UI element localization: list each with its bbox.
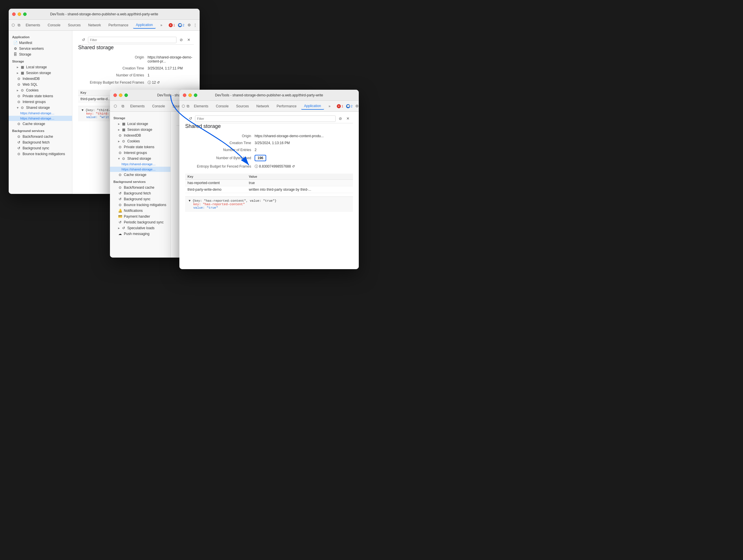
sidebar-session-storage-back[interactable]: ▶ ▦ Session storage (9, 70, 72, 76)
sidebar-bounce-mid[interactable]: ⊙ Bounce tracking mitigations (110, 202, 170, 208)
clear-icon-back[interactable]: ⊘ (178, 37, 184, 43)
close-button-front[interactable] (183, 93, 186, 97)
pointer-icon[interactable]: ⬡ (11, 22, 15, 28)
sidebar-bg-fetch-back[interactable]: ↺ Background fetch (9, 139, 72, 145)
tab-application-front[interactable]: Application (301, 103, 324, 110)
sidebar-private-state-mid[interactable]: ⊙ Private state tokens (110, 144, 170, 150)
tab-sources-front[interactable]: Sources (233, 103, 252, 110)
toolbar-front: ⬡ ⧉ Elements Console Sources Network Per… (179, 101, 359, 112)
sidebar-websql-back[interactable]: ⊙ Web SQL (9, 82, 72, 87)
close-button-back[interactable] (12, 12, 16, 16)
sidebar-notifications-mid[interactable]: 🔔 Notifications (110, 208, 170, 214)
cell-value-front-1: true (247, 180, 353, 186)
private-state-icon-back: ⊙ (17, 94, 21, 98)
layers-icon-mid[interactable]: ⧉ (120, 103, 126, 109)
tab-network-front[interactable]: Network (254, 103, 272, 110)
sidebar-bf-cache-back[interactable]: ⊙ Back/forward cache (9, 134, 72, 139)
sidebar-indexeddb-mid[interactable]: ⊙ IndexedDB (110, 133, 170, 138)
bounce-icon-mid: ⊙ (118, 203, 122, 207)
title-bar-back: DevTools - shared-storage-demo-publisher… (9, 9, 200, 20)
tab-elements-mid[interactable]: Elements (127, 103, 147, 110)
sidebar-local-storage-mid[interactable]: ▶ ▦ Local storage (110, 121, 170, 127)
sidebar-interest-groups-mid[interactable]: ⊙ Interest groups (110, 150, 170, 156)
sidebar-session-storage-mid[interactable]: ▶ ▦ Session storage (110, 127, 170, 133)
sidebar-storage-link-back[interactable]: 🗄 Storage (9, 51, 72, 57)
content-front: ↺ ⊘ ✕ Shared storage Origin https://shar… (179, 112, 359, 269)
periodic-sync-icon-mid: ↺ (118, 220, 122, 224)
sidebar-shared-storage-back[interactable]: ▶ ⊙ Shared storage (9, 105, 72, 111)
manifest-icon-back: 📄 (13, 41, 17, 45)
reload-icon-front[interactable]: ↺ (187, 116, 193, 122)
sidebar-push-mid[interactable]: ☁ Push messaging (110, 231, 170, 237)
service-workers-icon-back: ⚙ (13, 47, 17, 51)
sidebar-shared-url1-mid[interactable]: https://shared-storage-demo- (110, 162, 170, 167)
pointer-icon-mid[interactable]: ⬡ (112, 103, 118, 109)
sidebar-cookies-back[interactable]: ▶ ⊙ Cookies (9, 87, 72, 93)
entropy-value-front: ⓘ 8.830074998557688 ↺ (255, 164, 295, 169)
sidebar-bounce-back[interactable]: ⊙ Bounce tracking mitigations (9, 151, 72, 157)
sidebar-shared-url1-back[interactable]: https://shared-storage-demo- (9, 111, 72, 116)
triangle-icon: ▶ (118, 227, 120, 229)
creation-time-value-back: 3/25/2024, 1:17:11 PM (147, 66, 183, 70)
tab-more-front[interactable]: » (326, 103, 334, 110)
sidebar-periodic-sync-mid[interactable]: ↺ Periodic background sync (110, 219, 170, 225)
tab-performance-front[interactable]: Performance (274, 103, 300, 110)
sidebar-shared-url2-mid[interactable]: https://shared-storage-demo- (110, 167, 170, 172)
maximize-button-back[interactable] (23, 12, 27, 16)
tab-elements-front[interactable]: Elements (191, 103, 211, 110)
tab-sources-back[interactable]: Sources (65, 22, 84, 28)
pointer-icon-front[interactable]: ⬡ (182, 103, 185, 109)
sidebar-local-storage-back[interactable]: ▶ ▦ Local storage (9, 64, 72, 70)
table-row-front-1[interactable]: has-reported-content true (185, 180, 353, 186)
minimize-button-back[interactable] (18, 12, 21, 16)
tab-application-back[interactable]: Application (133, 22, 156, 29)
sidebar-bg-sync-back[interactable]: ↺ Background sync (9, 145, 72, 151)
minimize-button-front[interactable] (188, 93, 192, 97)
settings-icon-back[interactable]: ⚙ (187, 22, 191, 28)
settings-icon-front[interactable]: ⚙ (355, 103, 359, 109)
layers-icon[interactable]: ⧉ (17, 22, 21, 28)
sidebar-private-state-back[interactable]: ⊙ Private state tokens (9, 93, 72, 99)
layers-icon-front[interactable]: ⧉ (187, 103, 189, 109)
sidebar-payment-mid[interactable]: 💳 Payment handler (110, 214, 170, 219)
sidebar-cache-storage-back[interactable]: ⊙ Cache storage (9, 121, 72, 127)
filter-input-front[interactable] (195, 116, 336, 122)
sidebar-bg-sync-mid[interactable]: ↺ Background sync (110, 196, 170, 202)
close-icon-front[interactable]: ✕ (345, 116, 351, 122)
sidebar-indexeddb-back[interactable]: ⊙ IndexedDB (9, 76, 72, 82)
tab-network-back[interactable]: Network (85, 22, 104, 28)
minimize-button-mid[interactable] (119, 93, 122, 97)
tab-performance-back[interactable]: Performance (105, 22, 131, 28)
entropy-reset-icon-front[interactable]: ↺ (292, 164, 295, 168)
sidebar-interest-groups-back[interactable]: ⊙ Interest groups (9, 99, 72, 105)
table-row-front-2[interactable]: third-party-write-demo written into thir… (185, 186, 353, 193)
tab-console-front[interactable]: Console (213, 103, 231, 110)
main-layout-front: ↺ ⊘ ✕ Shared storage Origin https://shar… (179, 112, 359, 269)
close-icon-back[interactable]: ✕ (186, 37, 191, 43)
more-icon-back[interactable]: ⋮ (193, 22, 197, 28)
sidebar-shared-url2-back[interactable]: https://shared-storage-demo- (9, 116, 72, 121)
sidebar-bf-cache-mid[interactable]: ⊙ Back/forward cache (110, 185, 170, 190)
sidebar-cookies-mid[interactable]: ▶ ⊙ Cookies (110, 138, 170, 144)
sidebar-shared-storage-mid[interactable]: ▶ ⊙ Shared storage (110, 156, 170, 162)
filter-input-back[interactable] (88, 37, 176, 43)
tab-console-mid[interactable]: Console (149, 103, 168, 110)
entropy-reset-icon[interactable]: ↺ (157, 80, 160, 85)
triangle-icon: ▶ (118, 129, 120, 131)
bg-sync-icon-back: ↺ (17, 146, 21, 150)
sidebar-manifest-back[interactable]: 📄 Manifest (9, 40, 72, 46)
reload-icon-back[interactable]: ↺ (80, 37, 86, 43)
close-button-mid[interactable] (114, 93, 117, 97)
sidebar-bg-fetch-mid[interactable]: ↺ Background fetch (110, 190, 170, 196)
websql-icon-back: ⊙ (17, 83, 21, 87)
tab-elements-back[interactable]: Elements (23, 22, 43, 28)
tab-more-back[interactable]: » (158, 22, 165, 28)
clear-icon-front[interactable]: ⊘ (337, 116, 343, 122)
maximize-button-mid[interactable] (124, 93, 128, 97)
tab-console-back[interactable]: Console (45, 22, 63, 28)
sidebar-cache-storage-mid[interactable]: ⊙ Cache storage (110, 172, 170, 178)
sidebar-speculative-mid[interactable]: ▶ ↺ Speculative loads (110, 225, 170, 231)
maximize-button-front[interactable] (194, 93, 197, 97)
sidebar-service-workers-back[interactable]: ⚙ Service workers (9, 46, 72, 51)
cache-storage-icon-mid: ⊙ (118, 173, 122, 177)
